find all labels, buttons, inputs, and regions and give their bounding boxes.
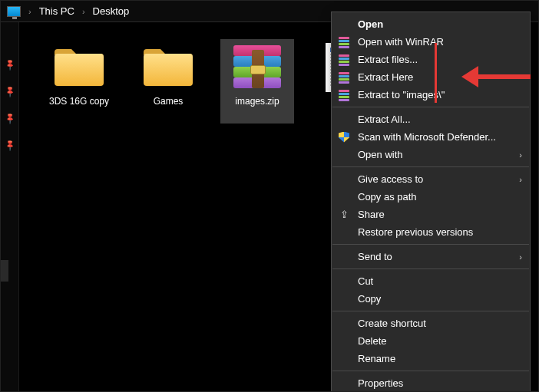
breadcrumb-current[interactable]: Desktop	[93, 5, 130, 17]
this-pc-icon	[7, 6, 21, 17]
item-label: Games	[154, 96, 184, 107]
chevron-right-icon: ›	[519, 252, 522, 262]
menu-open[interactable]: Open	[332, 15, 530, 33]
menu-send-to[interactable]: Send to›	[332, 248, 530, 265]
menu-cut[interactable]: Cut	[332, 272, 530, 290]
menu-copy-path[interactable]: Copy as path	[332, 188, 530, 206]
rail-selection	[1, 260, 8, 282]
winrar-icon	[230, 44, 285, 91]
separator	[332, 311, 529, 311]
winrar-icon	[338, 71, 350, 84]
pin-icon[interactable]: 📌	[3, 112, 15, 124]
menu-defender-scan[interactable]: Scan with Microsoft Defender...	[332, 128, 530, 146]
folder-item[interactable]: 3DS 16G copy	[42, 39, 116, 124]
item-label: 3DS 16G copy	[49, 96, 109, 107]
menu-create-shortcut[interactable]: Create shortcut	[332, 315, 530, 332]
chevron-icon: ›	[28, 7, 31, 16]
breadcrumb-root[interactable]: This PC	[39, 5, 74, 17]
folder-icon	[51, 44, 107, 91]
menu-copy[interactable]: Copy	[332, 290, 530, 308]
chevron-right-icon: ›	[519, 150, 522, 160]
separator	[332, 268, 529, 269]
folder-item[interactable]: Games	[131, 39, 205, 124]
pin-icon[interactable]: 📌	[3, 58, 15, 71]
share-icon: ⇪	[338, 209, 350, 221]
separator	[332, 107, 529, 107]
annotation-arrow	[461, 67, 531, 87]
menu-give-access[interactable]: Give access to›	[332, 170, 530, 188]
separator	[332, 166, 529, 167]
separator	[332, 371, 529, 371]
menu-rename[interactable]: Rename	[332, 350, 530, 367]
menu-extract-files[interactable]: Extract files...	[332, 51, 530, 68]
pin-icon[interactable]: 📌	[3, 139, 15, 151]
quick-access-rail: 📌 📌 📌 📌	[1, 22, 19, 391]
folder-icon	[141, 44, 196, 91]
item-label: images.zip	[235, 96, 279, 107]
winrar-icon	[338, 54, 350, 66]
menu-open-with[interactable]: Open with›	[332, 146, 530, 163]
winrar-icon	[338, 89, 350, 101]
menu-properties[interactable]: Properties	[332, 374, 530, 392]
archive-item[interactable]: images.zip	[220, 39, 294, 124]
chevron-icon: ›	[82, 7, 85, 16]
menu-restore-versions[interactable]: Restore previous versions	[332, 223, 530, 241]
chevron-right-icon: ›	[519, 175, 522, 184]
menu-share[interactable]: ⇪ Share	[332, 206, 530, 223]
pin-icon[interactable]: 📌	[3, 85, 15, 97]
menu-open-with-winrar[interactable]: Open with WinRAR	[332, 33, 530, 51]
separator	[332, 244, 529, 245]
winrar-icon	[338, 36, 350, 48]
annotation-highlight-bar	[435, 43, 437, 103]
shield-icon	[338, 131, 350, 143]
menu-extract-to[interactable]: Extract to "images\"	[332, 86, 530, 104]
menu-delete[interactable]: Delete	[332, 332, 530, 350]
menu-extract-all[interactable]: Extract All...	[332, 110, 530, 128]
